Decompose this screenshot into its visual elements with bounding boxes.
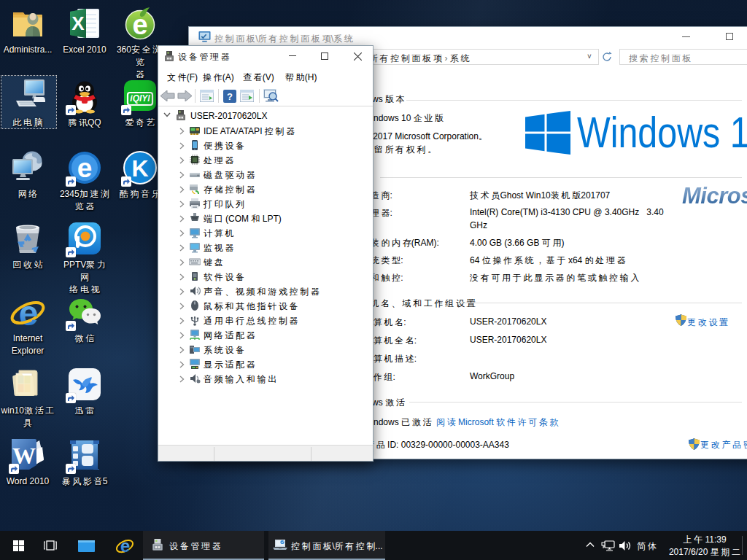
- svg-text:e: e: [120, 536, 130, 555]
- svg-text:iQIYI: iQIYI: [130, 93, 150, 104]
- svg-text:X: X: [71, 12, 85, 34]
- svg-text:e: e: [77, 153, 93, 183]
- svg-text:K: K: [131, 155, 148, 182]
- svg-text:e: e: [19, 295, 39, 330]
- svg-text:?: ?: [227, 91, 233, 102]
